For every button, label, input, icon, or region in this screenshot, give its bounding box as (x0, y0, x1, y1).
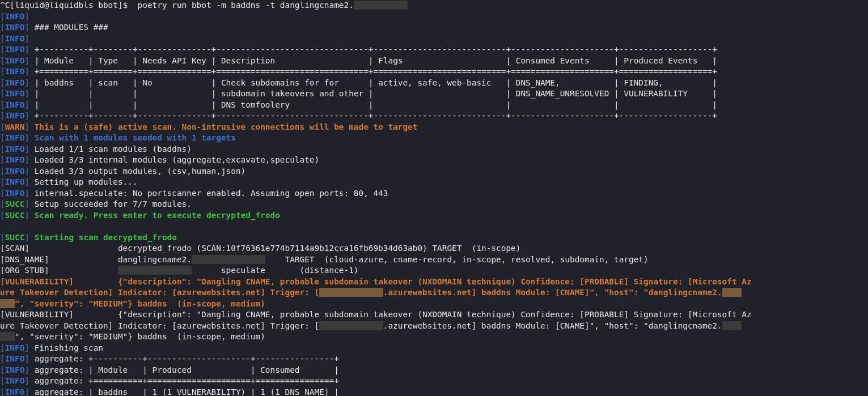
redacted-host3: xxxx (722, 321, 742, 330)
redacted-host4: xxx (0, 332, 15, 341)
shell-prompt: ^C[liquid@liquidbls bbot]$ poetry run bb… (0, 1, 408, 10)
vulnerability-event-highlight: [VULNERABILITY] {"description": "Danglin… (0, 277, 752, 286)
terminal-output: ^C[liquid@liquidbls bbot]$ poetry run bb… (0, 0, 868, 396)
redacted-host: xxxx (722, 288, 742, 297)
redacted-org: xxxxxxxxxxxxxxx (118, 266, 192, 275)
vulnerability-event-plain: [VULNERABILITY] {"description": "Danglin… (0, 310, 752, 319)
dns-event: [DNS_NAME] danglingcname2.xxxxxxxxxxxxxx… (0, 255, 649, 264)
scan-event: [SCAN] decrypted_frodo (SCAN:10f76361e77… (0, 244, 520, 253)
redacted-trigger2: xxxxxxxxxxxxx (319, 321, 383, 330)
org-stub-event: [ORG_STUB] xxxxxxxxxxxxxxx speculate (di… (0, 266, 358, 275)
redacted-host2: xxx (0, 299, 15, 308)
redacted-domain: xxxxxxxxxxxxxxx (192, 255, 265, 264)
redacted-trigger: xxxxxxxxxxxxx (319, 288, 383, 297)
redacted-target: xxxxxxxxxxx (354, 1, 408, 10)
